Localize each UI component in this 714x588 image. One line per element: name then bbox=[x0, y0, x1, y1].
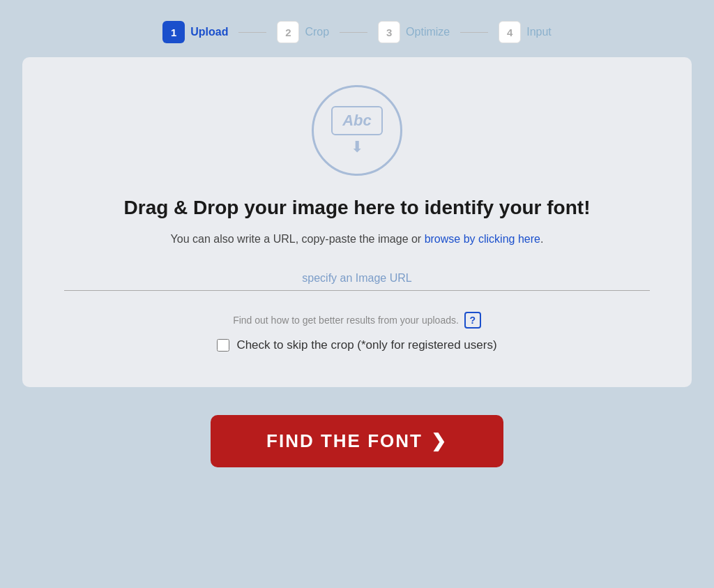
step-label-crop: Crop bbox=[305, 26, 329, 38]
step-label-input: Input bbox=[526, 26, 552, 38]
stepper: 1 Upload 2 Crop 3 Optimize 4 Input bbox=[162, 21, 552, 43]
step-crop[interactable]: 2 Crop bbox=[277, 21, 329, 43]
step-number-4: 4 bbox=[499, 21, 521, 43]
sub-text-prefix: You can also write a URL, copy-paste the… bbox=[171, 233, 425, 245]
step-optimize[interactable]: 3 Optimize bbox=[378, 21, 450, 43]
better-results-text: Find out how to get better results from … bbox=[233, 315, 459, 326]
upload-card: Abc ⬇ Drag & Drop your image here to ide… bbox=[22, 57, 692, 387]
step-number-1: 1 bbox=[162, 21, 185, 43]
chevron-right-icon: ❯ bbox=[431, 430, 448, 452]
step-divider-1 bbox=[238, 32, 266, 33]
url-input-wrapper[interactable] bbox=[64, 266, 650, 291]
abc-icon: Abc bbox=[331, 106, 383, 135]
find-font-label: FIND THE FONT bbox=[266, 430, 423, 452]
upload-circle-icon: Abc ⬇ bbox=[312, 85, 402, 176]
skip-crop-checkbox[interactable] bbox=[217, 339, 229, 352]
step-number-3: 3 bbox=[378, 21, 400, 43]
step-divider-2 bbox=[340, 32, 367, 33]
question-button[interactable]: ? bbox=[464, 312, 481, 329]
step-divider-3 bbox=[460, 32, 488, 33]
sub-text: You can also write a URL, copy-paste the… bbox=[171, 233, 544, 246]
url-input[interactable] bbox=[64, 266, 650, 290]
upload-icon-container: Abc ⬇ bbox=[312, 85, 402, 176]
step-input[interactable]: 4 Input bbox=[499, 21, 552, 43]
step-upload[interactable]: 1 Upload bbox=[162, 21, 228, 43]
upload-inner: Abc ⬇ bbox=[331, 106, 383, 155]
better-results-row: Find out how to get better results from … bbox=[233, 312, 481, 329]
step-number-2: 2 bbox=[277, 21, 299, 43]
skip-crop-label[interactable]: Check to skip the crop (*only for regist… bbox=[236, 338, 496, 352]
skip-crop-row: Check to skip the crop (*only for regist… bbox=[217, 338, 496, 352]
sub-text-suffix: . bbox=[540, 233, 543, 245]
step-label-upload: Upload bbox=[190, 26, 228, 38]
browse-link[interactable]: browse by clicking here bbox=[425, 233, 540, 245]
main-heading: Drag & Drop your image here to identify … bbox=[124, 195, 591, 220]
step-label-optimize: Optimize bbox=[406, 26, 450, 38]
find-font-button[interactable]: FIND THE FONT ❯ bbox=[211, 415, 503, 467]
arrow-down-icon: ⬇ bbox=[351, 140, 363, 155]
